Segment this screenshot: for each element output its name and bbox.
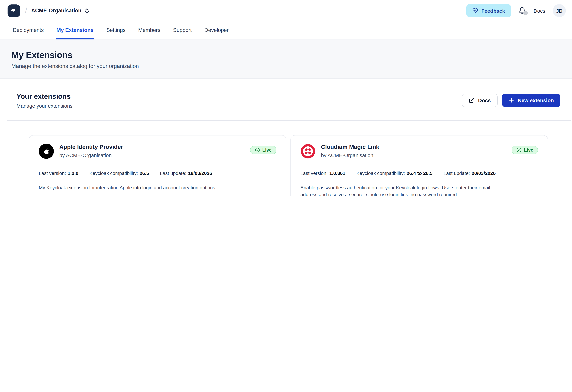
feedback-button[interactable]: Feedback: [466, 4, 511, 17]
tab-my-extensions[interactable]: My Extensions: [56, 21, 94, 39]
extension-title: Cloudiam Magic Link: [321, 144, 512, 151]
page: / ACME-Organisation Feedback: [0, 0, 572, 196]
page-subtitle: Manage the extensions catalog for your o…: [11, 63, 561, 69]
apple-logo-icon: [39, 144, 54, 159]
app-logo[interactable]: [8, 4, 20, 17]
section-title: Your extensions: [16, 92, 73, 100]
magic-link-ring-icon: [301, 144, 316, 159]
notification-dot: [523, 11, 528, 15]
update-label: Last update:: [444, 171, 470, 176]
shield-stack-icon: [10, 7, 18, 15]
new-extension-label: New extension: [518, 97, 554, 103]
update-value: 20/03/2026: [472, 171, 496, 176]
feedback-label: Feedback: [481, 8, 505, 14]
extensions-grid: Apple Identity Provider by ACME-Organisa…: [0, 135, 572, 196]
chevron-updown-icon: [84, 8, 89, 14]
tab-support[interactable]: Support: [173, 21, 192, 39]
notifications-button[interactable]: [519, 7, 526, 15]
extension-title: Apple Identity Provider: [59, 144, 250, 151]
section-actions: Docs New extension: [462, 94, 560, 107]
version-label: Last version:: [39, 171, 66, 176]
new-extension-button[interactable]: New extension: [502, 94, 560, 107]
update-label: Last update:: [160, 171, 186, 176]
page-title: My Extensions: [11, 50, 561, 60]
docs-link[interactable]: Docs: [534, 8, 545, 14]
tab-label: Settings: [106, 27, 126, 33]
version-label: Last version:: [301, 171, 328, 176]
status-label: Live: [524, 147, 533, 153]
header-actions: Feedback Docs JD: [466, 4, 566, 17]
tab-label: Support: [173, 27, 192, 33]
version-value: 1.2.0: [68, 171, 78, 176]
tab-label: Developer: [204, 27, 229, 33]
compat-label: Keycloak compatibility:: [89, 171, 138, 176]
page-hero: My Extensions Manage the extensions cata…: [0, 39, 572, 78]
avatar[interactable]: JD: [553, 4, 566, 17]
status-badge: Live: [250, 146, 276, 154]
divider: [7, 120, 571, 121]
breadcrumb-separator: /: [25, 6, 27, 15]
extension-author: by ACME-Organisation: [59, 152, 250, 158]
main-content: Your extensions Manage your extensions D…: [0, 78, 572, 196]
check-circle-icon: [516, 147, 522, 153]
tab-deployments[interactable]: Deployments: [12, 21, 44, 39]
extension-meta: Last version:1.2.0 Keycloak compatibilit…: [39, 171, 276, 176]
extension-description: My Keycloak extension for integrating Ap…: [39, 185, 236, 196]
tab-developer[interactable]: Developer: [204, 21, 229, 39]
tab-label: Deployments: [13, 27, 44, 33]
docs-button-label: Docs: [478, 97, 491, 103]
version-value: 1.0.861: [329, 171, 345, 176]
org-switcher[interactable]: ACME-Organisation: [31, 8, 89, 14]
external-link-icon: [469, 97, 475, 103]
tab-label: My Extensions: [56, 27, 94, 33]
tab-settings[interactable]: Settings: [106, 21, 126, 39]
heart-handshake-icon: [472, 8, 478, 14]
section-subtitle: Manage your extensions: [16, 103, 73, 109]
tab-label: Members: [138, 27, 160, 33]
org-name: ACME-Organisation: [31, 8, 81, 14]
docs-button[interactable]: Docs: [462, 94, 498, 107]
extension-description: Enable passwordless authentication for y…: [301, 185, 498, 196]
update-value: 18/03/2026: [188, 171, 212, 176]
breadcrumb: / ACME-Organisation: [8, 4, 89, 17]
extension-card-cloudiam-magic-link[interactable]: Cloudiam Magic Link by ACME-Organisation…: [290, 135, 548, 196]
extension-card-apple-identity-provider[interactable]: Apple Identity Provider by ACME-Organisa…: [29, 135, 286, 196]
section-header: Your extensions Manage your extensions D…: [0, 78, 572, 109]
compat-value: 26.5: [140, 171, 149, 176]
extension-author: by ACME-Organisation: [321, 152, 512, 158]
check-circle-icon: [255, 147, 260, 153]
plus-icon: [508, 97, 514, 103]
compat-value: 26.4 to 26.5: [407, 171, 432, 176]
top-header: / ACME-Organisation Feedback: [0, 0, 572, 21]
extension-meta: Last version:1.0.861 Keycloak compatibil…: [301, 171, 538, 176]
tab-bar: Deployments My Extensions Settings Membe…: [0, 21, 572, 39]
status-label: Live: [262, 147, 271, 153]
status-badge: Live: [512, 146, 538, 154]
tab-members[interactable]: Members: [138, 21, 161, 39]
compat-label: Keycloak compatibility:: [356, 171, 405, 176]
